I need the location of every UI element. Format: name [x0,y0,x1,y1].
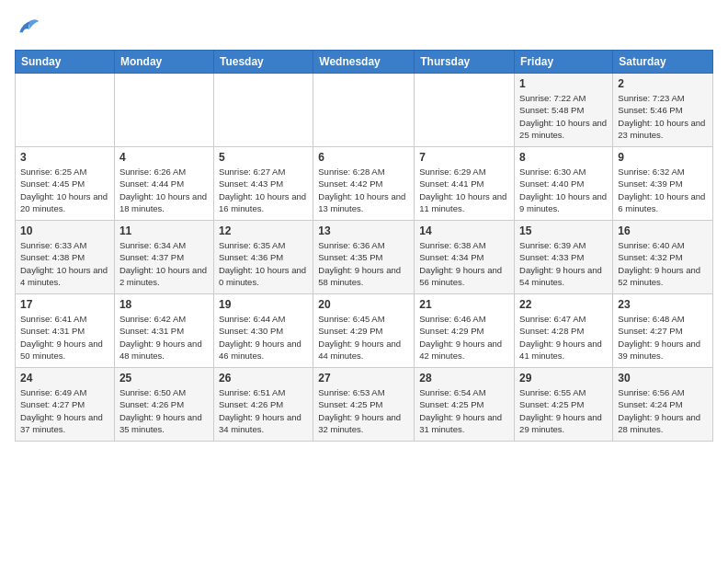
calendar-cell [415,74,515,147]
logo [15,15,44,40]
weekday-header-sunday: Sunday [16,51,115,74]
day-info: Sunrise: 6:54 AM Sunset: 4:25 PM Dayligh… [419,386,509,435]
calendar-cell: 3Sunrise: 6:25 AM Sunset: 4:45 PM Daylig… [16,147,115,221]
calendar-cell: 17Sunrise: 6:41 AM Sunset: 4:31 PM Dayli… [16,294,115,368]
calendar-cell [213,74,313,147]
day-number: 3 [20,151,109,164]
calendar-cell [16,74,115,147]
weekday-header-tuesday: Tuesday [213,51,313,74]
day-number: 5 [219,151,308,164]
calendar-cell: 26Sunrise: 6:51 AM Sunset: 4:26 PM Dayli… [213,368,313,442]
day-info: Sunrise: 6:26 AM Sunset: 4:44 PM Dayligh… [119,166,209,214]
calendar-week-row: 1Sunrise: 7:22 AM Sunset: 5:48 PM Daylig… [16,74,713,147]
calendar-cell: 16Sunrise: 6:40 AM Sunset: 4:32 PM Dayli… [613,221,713,294]
day-number: 17 [20,298,109,311]
calendar-cell: 24Sunrise: 6:49 AM Sunset: 4:27 PM Dayli… [16,368,115,442]
calendar-cell: 22Sunrise: 6:47 AM Sunset: 4:28 PM Dayli… [515,294,613,368]
day-number: 15 [519,224,608,237]
day-number: 8 [519,151,608,164]
day-info: Sunrise: 6:44 AM Sunset: 4:30 PM Dayligh… [219,313,308,362]
calendar-cell: 30Sunrise: 6:56 AM Sunset: 4:24 PM Dayli… [613,368,713,442]
day-info: Sunrise: 6:32 AM Sunset: 4:39 PM Dayligh… [618,166,708,214]
calendar-cell: 1Sunrise: 7:22 AM Sunset: 5:48 PM Daylig… [515,74,613,147]
day-number: 19 [219,298,308,311]
calendar-week-row: 17Sunrise: 6:41 AM Sunset: 4:31 PM Dayli… [16,294,713,368]
day-info: Sunrise: 6:46 AM Sunset: 4:29 PM Dayligh… [419,313,509,362]
calendar-cell: 4Sunrise: 6:26 AM Sunset: 4:44 PM Daylig… [114,147,213,221]
calendar-week-row: 3Sunrise: 6:25 AM Sunset: 4:45 PM Daylig… [16,147,713,221]
day-number: 1 [519,77,608,90]
day-info: Sunrise: 6:49 AM Sunset: 4:27 PM Dayligh… [20,386,109,435]
day-number: 23 [618,298,708,311]
day-info: Sunrise: 6:41 AM Sunset: 4:31 PM Dayligh… [20,313,109,362]
weekday-header-wednesday: Wednesday [313,51,415,74]
day-number: 25 [119,372,209,385]
day-info: Sunrise: 6:36 AM Sunset: 4:35 PM Dayligh… [318,239,409,288]
calendar-cell: 29Sunrise: 6:55 AM Sunset: 4:25 PM Dayli… [515,368,613,442]
day-number: 30 [618,372,708,385]
calendar-cell: 2Sunrise: 7:23 AM Sunset: 5:46 PM Daylig… [613,74,713,147]
calendar-cell: 5Sunrise: 6:27 AM Sunset: 4:43 PM Daylig… [213,147,313,221]
day-number: 2 [618,77,708,90]
day-number: 14 [419,224,509,237]
day-info: Sunrise: 6:45 AM Sunset: 4:29 PM Dayligh… [318,313,409,362]
day-info: Sunrise: 6:40 AM Sunset: 4:32 PM Dayligh… [618,239,708,288]
calendar-cell: 23Sunrise: 6:48 AM Sunset: 4:27 PM Dayli… [613,294,713,368]
calendar-cell [313,74,415,147]
calendar-cell: 19Sunrise: 6:44 AM Sunset: 4:30 PM Dayli… [213,294,313,368]
weekday-header-monday: Monday [114,51,213,74]
calendar-table: SundayMondayTuesdayWednesdayThursdayFrid… [15,50,713,442]
calendar-cell: 7Sunrise: 6:29 AM Sunset: 4:41 PM Daylig… [415,147,515,221]
calendar-cell: 14Sunrise: 6:38 AM Sunset: 4:34 PM Dayli… [415,221,515,294]
day-number: 22 [519,298,608,311]
weekday-header-friday: Friday [515,51,613,74]
calendar-cell: 27Sunrise: 6:53 AM Sunset: 4:25 PM Dayli… [313,368,415,442]
day-number: 9 [618,151,708,164]
day-info: Sunrise: 6:50 AM Sunset: 4:26 PM Dayligh… [119,386,209,435]
calendar-cell: 8Sunrise: 6:30 AM Sunset: 4:40 PM Daylig… [515,147,613,221]
weekday-header-row: SundayMondayTuesdayWednesdayThursdayFrid… [16,51,713,74]
day-info: Sunrise: 6:48 AM Sunset: 4:27 PM Dayligh… [618,313,708,362]
calendar-week-row: 24Sunrise: 6:49 AM Sunset: 4:27 PM Dayli… [16,368,713,442]
calendar-week-row: 10Sunrise: 6:33 AM Sunset: 4:38 PM Dayli… [16,221,713,294]
day-number: 12 [219,224,308,237]
day-number: 27 [318,372,409,385]
day-number: 20 [318,298,409,311]
day-number: 7 [419,151,509,164]
calendar-cell: 11Sunrise: 6:34 AM Sunset: 4:37 PM Dayli… [114,221,213,294]
day-number: 18 [119,298,209,311]
weekday-header-thursday: Thursday [415,51,515,74]
weekday-header-saturday: Saturday [613,51,713,74]
day-number: 4 [119,151,209,164]
day-info: Sunrise: 6:29 AM Sunset: 4:41 PM Dayligh… [419,166,509,214]
calendar-cell: 21Sunrise: 6:46 AM Sunset: 4:29 PM Dayli… [415,294,515,368]
calendar-cell: 13Sunrise: 6:36 AM Sunset: 4:35 PM Dayli… [313,221,415,294]
calendar-cell: 25Sunrise: 6:50 AM Sunset: 4:26 PM Dayli… [114,368,213,442]
day-info: Sunrise: 6:56 AM Sunset: 4:24 PM Dayligh… [618,386,708,435]
day-number: 13 [318,224,409,237]
page-header [15,15,713,40]
day-info: Sunrise: 6:33 AM Sunset: 4:38 PM Dayligh… [20,239,109,288]
day-number: 26 [219,372,308,385]
day-info: Sunrise: 6:25 AM Sunset: 4:45 PM Dayligh… [20,166,109,214]
day-info: Sunrise: 7:22 AM Sunset: 5:48 PM Dayligh… [519,92,608,141]
day-info: Sunrise: 6:35 AM Sunset: 4:36 PM Dayligh… [219,239,308,288]
day-info: Sunrise: 6:30 AM Sunset: 4:40 PM Dayligh… [519,166,608,214]
day-number: 6 [318,151,409,164]
calendar-cell: 12Sunrise: 6:35 AM Sunset: 4:36 PM Dayli… [213,221,313,294]
day-info: Sunrise: 7:23 AM Sunset: 5:46 PM Dayligh… [618,92,708,141]
day-info: Sunrise: 6:51 AM Sunset: 4:26 PM Dayligh… [219,386,308,435]
day-info: Sunrise: 6:38 AM Sunset: 4:34 PM Dayligh… [419,239,509,288]
day-number: 11 [119,224,209,237]
calendar-cell: 28Sunrise: 6:54 AM Sunset: 4:25 PM Dayli… [415,368,515,442]
day-info: Sunrise: 6:55 AM Sunset: 4:25 PM Dayligh… [519,386,608,435]
day-info: Sunrise: 6:34 AM Sunset: 4:37 PM Dayligh… [119,239,209,288]
day-number: 29 [519,372,608,385]
calendar-cell [114,74,213,147]
calendar-cell: 20Sunrise: 6:45 AM Sunset: 4:29 PM Dayli… [313,294,415,368]
calendar-cell: 6Sunrise: 6:28 AM Sunset: 4:42 PM Daylig… [313,147,415,221]
day-number: 21 [419,298,509,311]
day-info: Sunrise: 6:28 AM Sunset: 4:42 PM Dayligh… [318,166,409,214]
day-info: Sunrise: 6:47 AM Sunset: 4:28 PM Dayligh… [519,313,608,362]
logo-bird-icon [15,15,40,40]
